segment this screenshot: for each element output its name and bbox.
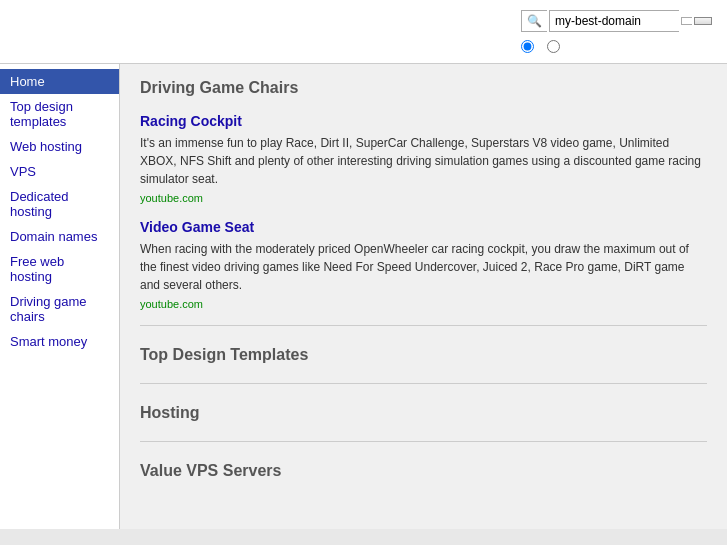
section-title-top-design-templates: Top Design Templates [140,346,707,368]
domain-extension [681,17,692,25]
sidebar-item-domain-names[interactable]: Domain names [0,224,119,249]
article-body-0-0: It's an immense fun to play Race, Dirt I… [140,134,707,188]
article-source-0-1: youtube.com [140,298,707,310]
sidebar-item-smart-money[interactable]: Smart money [0,329,119,354]
section-top-design-templates: Top Design Templates [140,346,707,384]
sidebar: HomeTop design templatesWeb hostingVPSDe… [0,64,120,529]
sidebar-item-vps[interactable]: VPS [0,159,119,184]
main-content: Driving Game ChairsRacing CockpitIt's an… [120,64,727,529]
article-title-0-1[interactable]: Video Game Seat [140,219,707,235]
search-icon: 🔍 [521,10,547,32]
sole-domain-radio[interactable] [521,40,537,53]
article-source-0-0: youtube.com [140,192,707,204]
search-button[interactable] [694,17,712,25]
sidebar-item-home[interactable]: Home [0,69,119,94]
article-title-0-0[interactable]: Racing Cockpit [140,113,707,129]
section-title-hosting: Hosting [140,404,707,426]
sidebar-item-free-web-hosting[interactable]: Free web hosting [0,249,119,289]
search-input[interactable] [549,10,679,32]
section-value-vps-servers: Value VPS Servers [140,462,707,484]
section-driving-game-chairs: Driving Game ChairsRacing CockpitIt's an… [140,79,707,326]
article-body-0-1: When racing with the moderately priced O… [140,240,707,294]
sidebar-item-driving-game-chairs[interactable]: Driving game chairs [0,289,119,329]
section-title-value-vps-servers: Value VPS Servers [140,462,707,484]
section-hosting: Hosting [140,404,707,442]
search-area: 🔍 [521,10,712,53]
domain-hosting-radio[interactable] [547,40,563,53]
radio-options [521,40,563,53]
sidebar-item-dedicated-hosting[interactable]: Dedicated hosting [0,184,119,224]
sidebar-item-web-hosting[interactable]: Web hosting [0,134,119,159]
sidebar-item-top-design-templates[interactable]: Top design templates [0,94,119,134]
section-title-driving-game-chairs: Driving Game Chairs [140,79,707,101]
